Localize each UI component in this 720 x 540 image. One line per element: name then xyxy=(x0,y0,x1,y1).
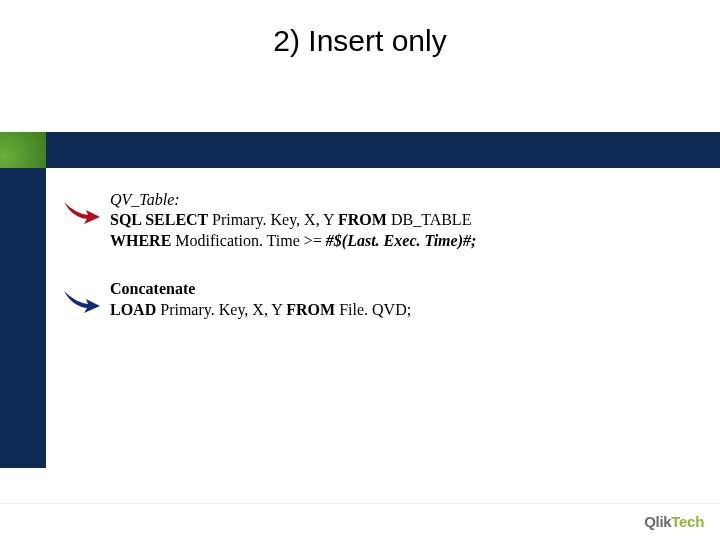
keyword: FROM xyxy=(286,301,339,318)
code-line: QV_Table: xyxy=(110,190,650,210)
code-text: Primary. Key, X, Y xyxy=(212,211,338,228)
side-stripe xyxy=(0,168,46,468)
leaf-decoration xyxy=(0,132,46,168)
code-block-1: QV_Table: SQL SELECT Primary. Key, X, Y … xyxy=(110,190,650,251)
brand-logo: QlikTech xyxy=(644,513,704,530)
keyword: SQL SELECT xyxy=(110,211,212,228)
keyword: WHERE xyxy=(110,232,175,249)
code-block-2: Concatenate LOAD Primary. Key, X, Y FROM… xyxy=(110,279,650,320)
code-line: LOAD Primary. Key, X, Y FROM File. QVD; xyxy=(110,300,650,320)
slide-title: 2) Insert only xyxy=(0,24,720,58)
arrow-icon xyxy=(62,198,102,228)
keyword: FROM xyxy=(338,211,391,228)
keyword: Concatenate xyxy=(110,280,195,297)
code-text: Primary. Key, X, Y xyxy=(160,301,286,318)
keyword: LOAD xyxy=(110,301,160,318)
code-text: DB_TABLE xyxy=(391,211,472,228)
footer-divider xyxy=(0,503,720,504)
header-band xyxy=(0,132,720,168)
logo-text-2: Tech xyxy=(671,513,704,530)
code-text: Modification. Time >= xyxy=(175,232,326,249)
variable: #$(Last. Exec. Time)#; xyxy=(326,232,476,249)
code-line: SQL SELECT Primary. Key, X, Y FROM DB_TA… xyxy=(110,210,650,230)
table-label: QV_Table: xyxy=(110,191,180,208)
slide: 2) Insert only QV_Table: SQL SELECT Prim… xyxy=(0,0,720,540)
code-line: WHERE Modification. Time >= #$(Last. Exe… xyxy=(110,231,650,251)
code-text: File. QVD; xyxy=(339,301,411,318)
code-line: Concatenate xyxy=(110,279,650,299)
content-area: QV_Table: SQL SELECT Primary. Key, X, Y … xyxy=(110,190,650,348)
arrow-icon xyxy=(62,287,102,317)
logo-text-1: Qlik xyxy=(644,513,671,530)
